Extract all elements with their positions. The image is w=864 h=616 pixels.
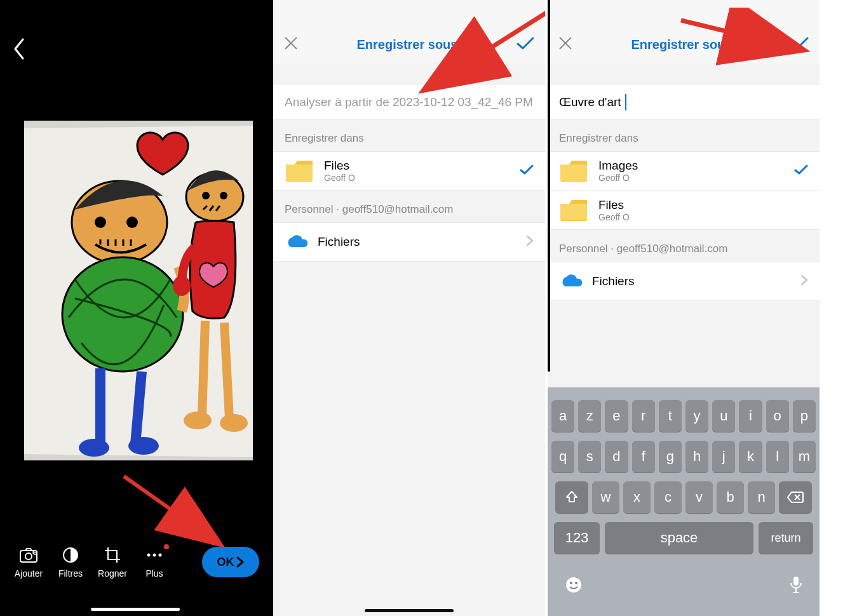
svg-point-20 bbox=[153, 554, 156, 557]
confirm-button[interactable] bbox=[790, 36, 809, 53]
folder-files[interactable]: Files Geoff O bbox=[273, 151, 545, 191]
key-b[interactable]: b bbox=[717, 481, 744, 513]
panel-divider bbox=[548, 0, 550, 372]
key-o[interactable]: o bbox=[766, 400, 789, 432]
filename-value: Analyser à partir de 2023-10-12 03_42_46… bbox=[285, 95, 533, 109]
check-icon bbox=[790, 36, 809, 50]
account-label: Personnel · geoff510@hotmail.com bbox=[548, 230, 820, 262]
key-s[interactable]: s bbox=[578, 441, 601, 472]
crop-button[interactable]: Rogner bbox=[95, 546, 130, 579]
check-icon bbox=[794, 164, 808, 178]
microphone-icon bbox=[789, 575, 803, 594]
svg-point-5 bbox=[126, 217, 138, 228]
key-n[interactable]: n bbox=[748, 481, 775, 513]
key-t[interactable]: t bbox=[659, 400, 682, 432]
folder-owner: Geoff O bbox=[324, 173, 355, 183]
home-indicator bbox=[365, 609, 454, 612]
svg-point-7 bbox=[79, 439, 109, 457]
key-e[interactable]: e bbox=[605, 400, 628, 432]
key-z[interactable]: z bbox=[578, 400, 601, 432]
backspace-icon bbox=[786, 491, 804, 504]
more-label: Plus bbox=[145, 568, 163, 579]
chevron-right-icon bbox=[800, 274, 808, 288]
filename-input[interactable]: Œuvre d'art bbox=[548, 85, 820, 119]
svg-point-10 bbox=[202, 192, 210, 199]
key-g[interactable]: g bbox=[659, 441, 682, 472]
editor-toolbar: Ajouter Filtres Rogner Plus OK bbox=[0, 521, 271, 616]
key-backspace[interactable] bbox=[779, 481, 812, 513]
key-a[interactable]: a bbox=[551, 400, 574, 432]
key-u[interactable]: u bbox=[712, 400, 735, 432]
nav-title: Enregistrer sous bbox=[357, 37, 458, 52]
filters-button[interactable]: Filtres bbox=[53, 546, 88, 579]
onedrive-icon bbox=[285, 233, 307, 251]
onedrive-root[interactable]: Fichiers bbox=[273, 222, 545, 262]
save-as-panel-default: Enregistrer sous Analyser à partir de 20… bbox=[273, 0, 548, 616]
key-f[interactable]: f bbox=[632, 441, 655, 472]
filters-icon bbox=[61, 546, 80, 565]
key-return[interactable]: return bbox=[759, 522, 813, 554]
ok-button[interactable]: OK bbox=[202, 547, 259, 577]
more-button[interactable]: Plus bbox=[137, 546, 172, 579]
cancel-button[interactable] bbox=[558, 36, 573, 53]
key-shift[interactable] bbox=[555, 481, 588, 513]
add-button[interactable]: Ajouter bbox=[11, 546, 46, 579]
key-p[interactable]: p bbox=[793, 400, 816, 432]
cancel-button[interactable] bbox=[283, 36, 299, 53]
key-c[interactable]: c bbox=[654, 481, 682, 513]
add-label: Ajouter bbox=[15, 568, 43, 579]
emoji-button[interactable] bbox=[564, 575, 583, 597]
filename-input[interactable]: Analyser à partir de 2023-10-12 03_42_46… bbox=[273, 85, 545, 119]
svg-point-16 bbox=[25, 553, 32, 559]
key-q[interactable]: q bbox=[551, 441, 574, 472]
account-label: Personnel · geoff510@hotmail.com bbox=[273, 191, 545, 222]
ok-label: OK bbox=[217, 556, 234, 569]
key-space[interactable]: space bbox=[605, 522, 753, 554]
dictation-button[interactable] bbox=[789, 575, 803, 597]
notification-dot-icon bbox=[164, 544, 169, 549]
folder-name: Images bbox=[598, 159, 638, 173]
crop-label: Rogner bbox=[98, 568, 127, 579]
key-v[interactable]: v bbox=[685, 481, 713, 513]
back-button[interactable] bbox=[13, 38, 25, 62]
shift-icon bbox=[565, 490, 579, 504]
camera-plus-icon bbox=[19, 546, 38, 565]
key-k[interactable]: k bbox=[739, 441, 762, 472]
key-x[interactable]: x bbox=[623, 481, 651, 513]
folder-icon bbox=[559, 158, 588, 184]
files-root-label: Fichiers bbox=[318, 235, 360, 249]
emoji-icon bbox=[564, 575, 583, 594]
folder-owner: Geoff O bbox=[598, 212, 630, 222]
onedrive-root[interactable]: Fichiers bbox=[548, 262, 820, 301]
check-icon bbox=[516, 36, 535, 50]
svg-point-36 bbox=[570, 582, 572, 584]
folder-images[interactable]: Images Geoff O bbox=[548, 151, 820, 191]
svg-point-21 bbox=[159, 554, 162, 557]
crop-icon bbox=[103, 546, 122, 565]
confirm-button[interactable] bbox=[516, 36, 535, 53]
keyboard-bottom-row bbox=[551, 563, 816, 599]
text-cursor-icon bbox=[625, 94, 626, 110]
chevron-left-icon bbox=[13, 38, 25, 60]
key-w[interactable]: w bbox=[592, 481, 619, 513]
key-h[interactable]: h bbox=[685, 441, 708, 472]
svg-rect-31 bbox=[560, 164, 587, 181]
keyboard-row-2: qsdfghjklm bbox=[551, 441, 816, 472]
home-indicator bbox=[91, 608, 180, 611]
key-l[interactable]: l bbox=[766, 441, 789, 472]
key-123[interactable]: 123 bbox=[554, 522, 600, 554]
key-d[interactable]: d bbox=[605, 441, 628, 472]
folder-files[interactable]: Files Geoff O bbox=[548, 191, 820, 230]
scan-preview-panel: Ajouter Filtres Rogner Plus OK bbox=[0, 0, 273, 616]
nav-bar: Enregistrer sous bbox=[273, 0, 545, 64]
close-icon bbox=[558, 36, 573, 51]
key-i[interactable]: i bbox=[739, 400, 762, 432]
key-m[interactable]: m bbox=[793, 441, 816, 472]
svg-rect-26 bbox=[286, 164, 313, 181]
on-screen-keyboard: azertyuiop qsdfghjklm wxcvbn 123 space r… bbox=[548, 387, 820, 616]
filename-value: Œuvre d'art bbox=[559, 95, 621, 109]
svg-point-11 bbox=[220, 192, 227, 199]
key-j[interactable]: j bbox=[712, 441, 735, 472]
key-r[interactable]: r bbox=[632, 400, 655, 432]
key-y[interactable]: y bbox=[685, 400, 708, 432]
